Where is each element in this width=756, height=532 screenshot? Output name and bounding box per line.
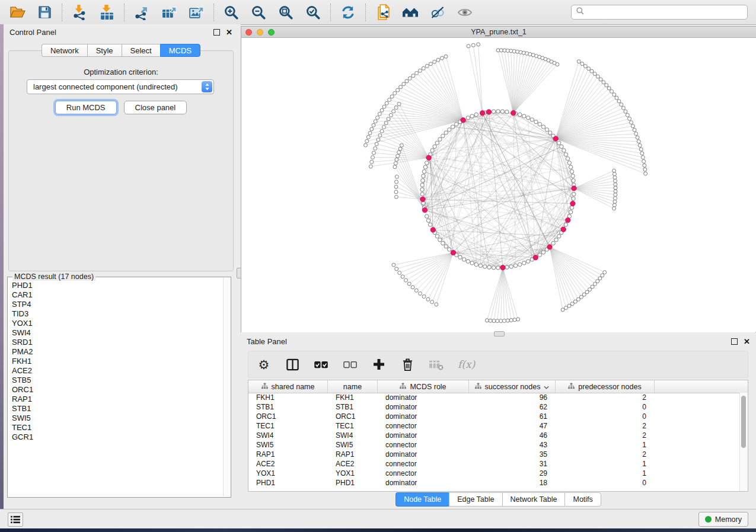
- table-row[interactable]: TEC1TEC1connector472: [248, 421, 748, 431]
- control-panel-tabs: NetworkStyleSelectMCDS: [4, 44, 238, 57]
- cell: YOX1: [248, 469, 328, 477]
- open-file-icon[interactable]: [8, 3, 27, 22]
- deselect-all-icon[interactable]: [343, 356, 358, 373]
- cell: FKH1: [248, 393, 328, 402]
- close-panel-icon[interactable]: ✕: [226, 28, 232, 36]
- zoom-selected-icon[interactable]: [304, 3, 323, 22]
- search-input[interactable]: [588, 7, 743, 17]
- column-header-successor-nodes[interactable]: successor nodes: [469, 380, 556, 393]
- search-box[interactable]: [571, 5, 748, 20]
- optimization-criterion-dropdown[interactable]: largest connected component (undirected): [27, 79, 214, 94]
- cell: dominator: [378, 393, 469, 402]
- search-icon: [576, 7, 585, 18]
- tab-motifs[interactable]: Motifs: [564, 492, 601, 507]
- import-network-icon[interactable]: [70, 3, 89, 22]
- mcds-result-item[interactable]: TEC1: [12, 423, 224, 432]
- memory-label: Memory: [715, 515, 742, 524]
- mcds-result-item[interactable]: CAR1: [12, 290, 224, 300]
- table-row[interactable]: FKH1FKH1dominator962: [248, 393, 748, 402]
- table-row[interactable]: SWI4SWI4dominator462: [248, 431, 748, 440]
- cell: 43: [469, 441, 556, 449]
- export-network-icon[interactable]: [132, 3, 151, 22]
- tab-edge-table[interactable]: Edge Table: [449, 492, 502, 507]
- mcds-result-item[interactable]: TID3: [12, 309, 224, 319]
- float-panel-icon[interactable]: [731, 338, 738, 345]
- mcds-result-item[interactable]: STP4: [12, 300, 224, 309]
- mcds-result-item[interactable]: SWI4: [12, 328, 224, 338]
- mcds-result-item[interactable]: ORC1: [12, 385, 224, 395]
- table-row[interactable]: ORC1ORC1dominator610: [248, 412, 748, 421]
- delete-icon[interactable]: [400, 356, 414, 373]
- function-builder-icon: f(x): [458, 356, 475, 373]
- column-header-name[interactable]: name: [328, 380, 378, 393]
- mcds-result-item[interactable]: PHD1: [12, 281, 224, 290]
- settings-gear-icon[interactable]: ⚙: [257, 356, 271, 373]
- table-row[interactable]: ACE2ACE2connector311: [248, 459, 748, 469]
- memory-button[interactable]: Memory: [698, 512, 748, 527]
- task-history-button[interactable]: [8, 512, 23, 527]
- refresh-icon[interactable]: [339, 3, 358, 22]
- run-mcds-button[interactable]: Run MCDS: [55, 101, 117, 114]
- tab-mcds[interactable]: MCDS: [160, 44, 200, 57]
- share-document-icon[interactable]: [374, 3, 393, 22]
- float-panel-icon[interactable]: [213, 29, 220, 36]
- show-columns-icon[interactable]: [285, 356, 299, 373]
- close-panel-icon[interactable]: ✕: [744, 338, 750, 345]
- add-icon[interactable]: [372, 356, 386, 373]
- show-eye-icon[interactable]: [455, 3, 474, 22]
- table-row[interactable]: RAP1RAP1dominator352: [248, 450, 748, 459]
- group-houses-icon[interactable]: [401, 3, 420, 22]
- table-panel: Table Panel ✕ ⚙f(x) shared namenameMCDS …: [241, 334, 756, 509]
- cell: PHD1: [328, 479, 378, 487]
- network-canvas[interactable]: [241, 38, 755, 332]
- mcds-list-scrollbar[interactable]: [223, 278, 230, 496]
- cell: YOX1: [328, 469, 378, 477]
- mcds-result-item[interactable]: SRD1: [12, 338, 224, 347]
- dropdown-stepper-icon[interactable]: [202, 81, 212, 92]
- mcds-result-item[interactable]: RAP1: [12, 395, 224, 404]
- mcds-result-item[interactable]: GCR1: [12, 432, 224, 442]
- export-table-icon[interactable]: [160, 3, 178, 22]
- cell: connector: [378, 422, 469, 430]
- mcds-result-item[interactable]: YOX1: [12, 319, 224, 328]
- select-all-icon[interactable]: [314, 356, 328, 373]
- column-header-predecessor-nodes[interactable]: predecessor nodes: [556, 380, 655, 393]
- import-table-icon[interactable]: [97, 3, 116, 22]
- table-row[interactable]: STB1STB1dominator620: [248, 402, 748, 412]
- mcds-result-item[interactable]: SWI5: [12, 414, 224, 423]
- control-panel-header: Control Panel ✕: [4, 24, 238, 40]
- column-label: shared name: [272, 383, 315, 391]
- save-icon[interactable]: [35, 3, 54, 22]
- column-label: name: [343, 383, 362, 391]
- column-header-MCDS-role[interactable]: MCDS role: [378, 380, 469, 393]
- table-row[interactable]: SWI5SWI5connector431: [248, 440, 748, 450]
- mcds-result-item[interactable]: ACE2: [12, 366, 224, 376]
- zoom-out-icon[interactable]: [249, 3, 268, 22]
- cell: 35: [469, 450, 556, 459]
- cell: connector: [378, 441, 469, 449]
- mcds-result-item[interactable]: FKH1: [12, 357, 224, 366]
- mcds-result-item[interactable]: STB1: [12, 404, 224, 414]
- export-image-icon[interactable]: [187, 3, 206, 22]
- mcds-result-item[interactable]: STB5: [12, 376, 224, 385]
- tab-select[interactable]: Select: [122, 44, 160, 57]
- table-row[interactable]: PHD1PHD1dominator180: [248, 478, 748, 488]
- table-scrollbar[interactable]: [739, 393, 748, 491]
- scrollbar-thumb[interactable]: [741, 396, 746, 448]
- close-panel-button[interactable]: Close panel: [124, 101, 187, 114]
- table-row[interactable]: YOX1YOX1connector291: [248, 469, 748, 478]
- column-header-shared-name[interactable]: shared name: [248, 380, 328, 393]
- mcds-result-item[interactable]: PMA2: [12, 347, 224, 357]
- zoom-in-icon[interactable]: [222, 3, 241, 22]
- splitter-handle[interactable]: [494, 331, 505, 336]
- tab-network-table[interactable]: Network Table: [502, 492, 565, 507]
- mcds-result-list[interactable]: PHD1CAR1STP4TID3YOX1SWI4SRD1PMA2FKH1ACE2…: [8, 278, 224, 497]
- table-body: FKH1FKH1dominator962STB1STB1dominator620…: [248, 393, 748, 491]
- network-window-title: YPA_prune.txt_1: [241, 28, 756, 36]
- hide-glasses-icon[interactable]: [428, 3, 447, 22]
- tab-network[interactable]: Network: [42, 44, 87, 57]
- tab-style[interactable]: Style: [87, 44, 122, 57]
- zoom-fit-icon[interactable]: [276, 3, 295, 22]
- tab-node-table[interactable]: Node Table: [395, 492, 449, 507]
- cell: 1: [556, 441, 655, 449]
